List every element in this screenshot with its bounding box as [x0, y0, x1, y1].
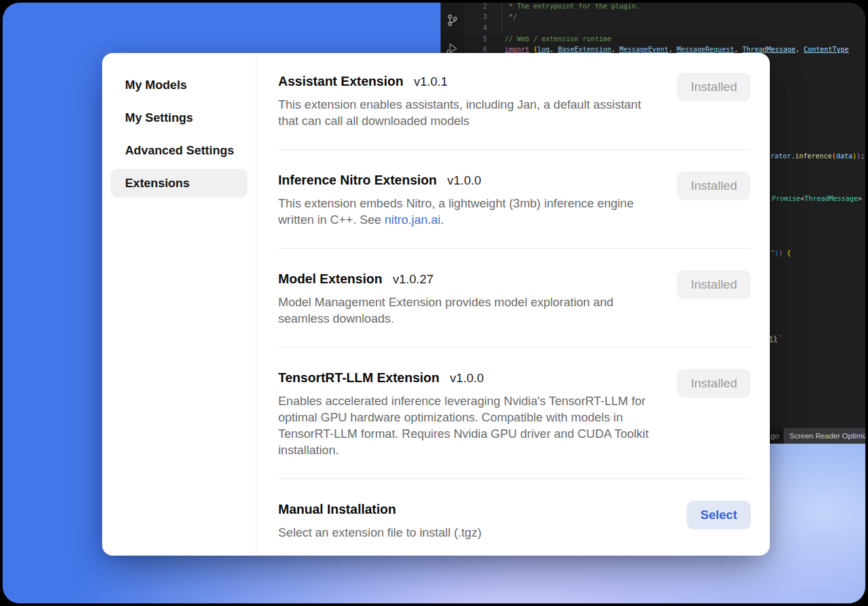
extension-description: Model Management Extension provides mode…	[278, 294, 661, 327]
source-control-icon[interactable]	[446, 14, 459, 27]
code-line: 5// Web / extension runtime	[464, 33, 865, 45]
extension-name: Manual Installation	[278, 502, 396, 516]
select-button[interactable]: Select	[687, 501, 751, 529]
code-fragment: t}`	[769, 333, 782, 344]
installed-button[interactable]: Installed	[677, 270, 751, 299]
extension-row-tensorrt-llm: TensortRT-LLM Extensionv1.0.0 Enables ac…	[278, 348, 751, 479]
code-line: 4	[464, 22, 865, 33]
extension-name: Inference Nitro Extension	[278, 173, 437, 187]
code-fragment: ")) {	[770, 247, 791, 258]
extension-version: v1.0.27	[393, 272, 433, 286]
installed-button[interactable]: Installed	[677, 171, 751, 200]
code-line: 2 * The entrypoint for the plugin.	[464, 3, 865, 11]
sidebar-item-extensions[interactable]: Extensions	[111, 169, 247, 198]
extension-name: Assistant Extension	[278, 74, 403, 88]
extension-name: Model Extension	[278, 272, 382, 286]
installed-button[interactable]: Installed	[677, 73, 751, 101]
extension-description: Select an extension file to install (.tg…	[278, 524, 661, 541]
extension-version: v1.0.1	[414, 75, 448, 88]
description-line: TensorRT-LLM format. Requires Nvidia GPU…	[278, 425, 661, 442]
extension-row-assistant: Assistant Extensionv1.0.1 This extension…	[278, 53, 751, 150]
extension-row-model: Model Extensionv1.0.27 Model Management …	[278, 249, 751, 348]
sidebar-item-my-settings[interactable]: My Settings	[111, 103, 247, 132]
description-line: that can call all downloaded models	[278, 113, 661, 129]
extension-description: This extension enables assistants, inclu…	[278, 96, 661, 129]
status-screen-reader-tab[interactable]: Screen Reader Optimized	[784, 428, 865, 444]
desktop-background: 1/**2 * The entrypoint for the plugin.3 …	[3, 3, 865, 603]
description-line: This extension embeds Nitro, a lightweig…	[278, 195, 661, 211]
description-line: optimal GPU hardware optimizations. Comp…	[278, 409, 661, 425]
code-fragment: Promise<ThreadMessage>	[772, 193, 862, 204]
extension-version: v1.0.0	[447, 173, 481, 187]
nitro-jan-ai-link[interactable]: nitro.jan.ai.	[384, 213, 444, 226]
code-fragment: rator.inference(data));	[770, 151, 865, 162]
status-left-text: go	[770, 428, 779, 444]
extension-row-manual-installation: Manual Installation Select an extension …	[278, 479, 751, 541]
extension-name: TensortRT-LLM Extension	[278, 370, 439, 385]
extension-description: Enables accelerated inference leveraging…	[278, 393, 661, 458]
description-line: Model Management Extension provides mode…	[278, 294, 661, 310]
description-line: seamless downloads.	[278, 310, 661, 327]
extensions-list: Assistant Extensionv1.0.1 This extension…	[257, 53, 770, 556]
sidebar-item-advanced-settings[interactable]: Advanced Settings	[111, 136, 247, 165]
settings-panel: My Models My Settings Advanced Settings …	[102, 53, 770, 556]
extension-row-inference-nitro: Inference Nitro Extensionv1.0.0 This ext…	[278, 150, 751, 249]
sidebar-item-my-models[interactable]: My Models	[111, 71, 247, 99]
description-line: written in C++. See nitro.jan.ai.	[278, 211, 661, 228]
description-line: installation.	[278, 442, 661, 458]
description-line: This extension enables assistants, inclu…	[278, 96, 661, 113]
description-line: Enables accelerated inference leveraging…	[278, 393, 661, 409]
extension-version: v1.0.0	[450, 371, 484, 385]
code-line: 3 */	[464, 11, 865, 22]
installed-button[interactable]: Installed	[677, 369, 751, 398]
extension-description: This extension embeds Nitro, a lightweig…	[278, 195, 661, 228]
settings-sidebar: My Models My Settings Advanced Settings …	[102, 53, 257, 556]
